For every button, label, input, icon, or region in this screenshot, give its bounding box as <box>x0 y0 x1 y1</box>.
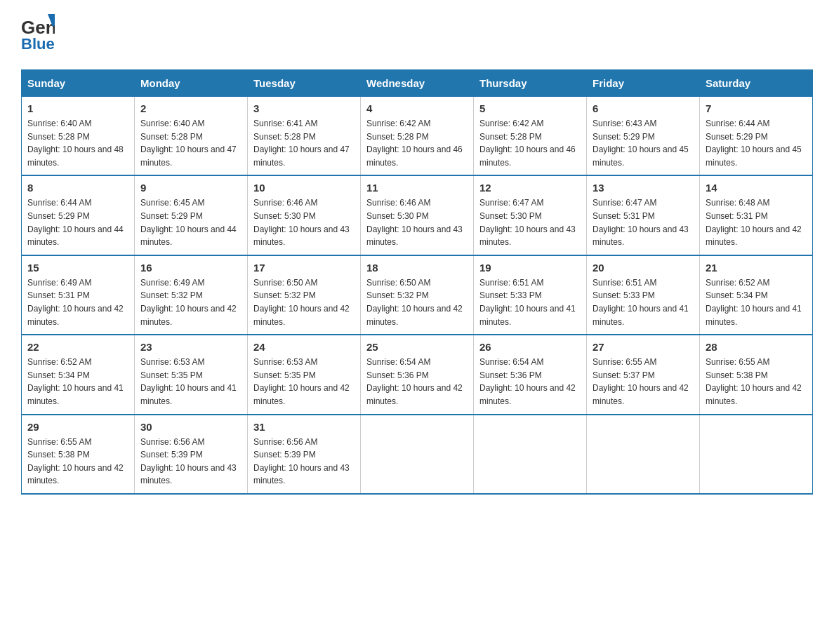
day-number: 20 <box>593 262 694 274</box>
weekday-header-tuesday: Tuesday <box>248 70 361 97</box>
day-info: Sunrise: 6:42 AMSunset: 5:28 PMDaylight:… <box>366 119 463 168</box>
day-info: Sunrise: 6:50 AMSunset: 5:32 PMDaylight:… <box>253 278 350 327</box>
weekday-header-wednesday: Wednesday <box>361 70 474 97</box>
calendar-header-row: SundayMondayTuesdayWednesdayThursdayFrid… <box>22 70 813 97</box>
day-info: Sunrise: 6:55 AMSunset: 5:38 PMDaylight:… <box>27 437 124 486</box>
calendar-week-row: 8 Sunrise: 6:44 AMSunset: 5:29 PMDayligh… <box>22 175 813 255</box>
day-info: Sunrise: 6:51 AMSunset: 5:33 PMDaylight:… <box>593 278 689 327</box>
day-info: Sunrise: 6:40 AMSunset: 5:28 PMDaylight:… <box>27 119 124 168</box>
calendar-day-cell: 23 Sunrise: 6:53 AMSunset: 5:35 PMDaylig… <box>135 335 248 414</box>
calendar-day-cell: 4 Sunrise: 6:42 AMSunset: 5:28 PMDayligh… <box>361 97 474 176</box>
day-info: Sunrise: 6:46 AMSunset: 5:30 PMDaylight:… <box>366 198 463 247</box>
day-info: Sunrise: 6:44 AMSunset: 5:29 PMDaylight:… <box>27 198 124 247</box>
day-number: 21 <box>706 262 807 274</box>
day-number: 6 <box>593 102 694 114</box>
calendar-day-cell <box>587 415 700 494</box>
calendar-day-cell: 12 Sunrise: 6:47 AMSunset: 5:30 PMDaylig… <box>474 175 587 255</box>
day-info: Sunrise: 6:53 AMSunset: 5:35 PMDaylight:… <box>140 357 237 406</box>
day-number: 24 <box>253 341 355 353</box>
day-info: Sunrise: 6:54 AMSunset: 5:36 PMDaylight:… <box>366 357 463 406</box>
calendar-day-cell: 15 Sunrise: 6:49 AMSunset: 5:31 PMDaylig… <box>22 255 135 335</box>
day-info: Sunrise: 6:49 AMSunset: 5:31 PMDaylight:… <box>27 278 124 327</box>
calendar-day-cell: 13 Sunrise: 6:47 AMSunset: 5:31 PMDaylig… <box>587 175 700 255</box>
day-number: 3 <box>253 102 355 114</box>
day-number: 2 <box>140 102 241 114</box>
calendar-day-cell: 6 Sunrise: 6:43 AMSunset: 5:29 PMDayligh… <box>587 97 700 176</box>
day-info: Sunrise: 6:51 AMSunset: 5:33 PMDaylight:… <box>479 278 576 327</box>
calendar-week-row: 22 Sunrise: 6:52 AMSunset: 5:34 PMDaylig… <box>22 335 813 414</box>
day-number: 11 <box>366 182 468 194</box>
calendar-day-cell: 30 Sunrise: 6:56 AMSunset: 5:39 PMDaylig… <box>135 415 248 494</box>
day-number: 4 <box>366 102 468 114</box>
calendar-day-cell: 31 Sunrise: 6:56 AMSunset: 5:39 PMDaylig… <box>248 415 361 494</box>
calendar-day-cell <box>700 415 813 494</box>
calendar-week-row: 29 Sunrise: 6:55 AMSunset: 5:38 PMDaylig… <box>22 415 813 494</box>
day-info: Sunrise: 6:43 AMSunset: 5:29 PMDaylight:… <box>593 119 689 168</box>
day-info: Sunrise: 6:52 AMSunset: 5:34 PMDaylight:… <box>706 278 802 327</box>
calendar-day-cell <box>474 415 587 494</box>
day-info: Sunrise: 6:56 AMSunset: 5:39 PMDaylight:… <box>253 437 350 486</box>
calendar-week-row: 15 Sunrise: 6:49 AMSunset: 5:31 PMDaylig… <box>22 255 813 335</box>
weekday-header-sunday: Sunday <box>22 70 135 97</box>
calendar-day-cell: 18 Sunrise: 6:50 AMSunset: 5:32 PMDaylig… <box>361 255 474 335</box>
calendar-day-cell: 20 Sunrise: 6:51 AMSunset: 5:33 PMDaylig… <box>587 255 700 335</box>
day-number: 13 <box>593 182 694 194</box>
day-number: 1 <box>27 102 128 114</box>
day-number: 23 <box>140 341 241 353</box>
day-info: Sunrise: 6:49 AMSunset: 5:32 PMDaylight:… <box>140 278 237 327</box>
calendar-day-cell: 2 Sunrise: 6:40 AMSunset: 5:28 PMDayligh… <box>135 97 248 176</box>
day-info: Sunrise: 6:45 AMSunset: 5:29 PMDaylight:… <box>140 198 237 247</box>
day-info: Sunrise: 6:54 AMSunset: 5:36 PMDaylight:… <box>479 357 576 406</box>
day-info: Sunrise: 6:47 AMSunset: 5:30 PMDaylight:… <box>479 198 576 247</box>
calendar-day-cell: 7 Sunrise: 6:44 AMSunset: 5:29 PMDayligh… <box>700 97 813 176</box>
day-number: 30 <box>140 421 241 433</box>
calendar-day-cell: 10 Sunrise: 6:46 AMSunset: 5:30 PMDaylig… <box>248 175 361 255</box>
day-info: Sunrise: 6:55 AMSunset: 5:38 PMDaylight:… <box>706 357 802 406</box>
weekday-header-thursday: Thursday <box>474 70 587 97</box>
day-info: Sunrise: 6:52 AMSunset: 5:34 PMDaylight:… <box>27 357 124 406</box>
weekday-header-monday: Monday <box>135 70 248 97</box>
day-number: 18 <box>366 262 468 274</box>
weekday-header-friday: Friday <box>587 70 700 97</box>
day-info: Sunrise: 6:55 AMSunset: 5:37 PMDaylight:… <box>593 357 689 406</box>
day-number: 28 <box>706 341 807 353</box>
day-number: 25 <box>366 341 468 353</box>
calendar-table: SundayMondayTuesdayWednesdayThursdayFrid… <box>21 69 813 495</box>
day-info: Sunrise: 6:47 AMSunset: 5:31 PMDaylight:… <box>593 198 689 247</box>
day-info: Sunrise: 6:42 AMSunset: 5:28 PMDaylight:… <box>479 119 576 168</box>
day-number: 29 <box>27 421 128 433</box>
day-number: 26 <box>479 341 581 353</box>
day-number: 14 <box>706 182 807 194</box>
day-info: Sunrise: 6:44 AMSunset: 5:29 PMDaylight:… <box>706 119 802 168</box>
calendar-day-cell: 26 Sunrise: 6:54 AMSunset: 5:36 PMDaylig… <box>474 335 587 414</box>
calendar-day-cell: 28 Sunrise: 6:55 AMSunset: 5:38 PMDaylig… <box>700 335 813 414</box>
day-number: 27 <box>593 341 694 353</box>
calendar-day-cell: 3 Sunrise: 6:41 AMSunset: 5:28 PMDayligh… <box>248 97 361 176</box>
logo-mark: General Blue <box>21 14 55 55</box>
day-number: 17 <box>253 262 355 274</box>
day-number: 31 <box>253 421 355 433</box>
day-info: Sunrise: 6:53 AMSunset: 5:35 PMDaylight:… <box>253 357 350 406</box>
calendar-day-cell: 16 Sunrise: 6:49 AMSunset: 5:32 PMDaylig… <box>135 255 248 335</box>
day-number: 10 <box>253 182 355 194</box>
day-number: 9 <box>140 182 241 194</box>
day-number: 7 <box>706 102 807 114</box>
calendar-day-cell: 21 Sunrise: 6:52 AMSunset: 5:34 PMDaylig… <box>700 255 813 335</box>
page-header: General Blue <box>21 14 813 55</box>
calendar-day-cell: 14 Sunrise: 6:48 AMSunset: 5:31 PMDaylig… <box>700 175 813 255</box>
calendar-day-cell: 25 Sunrise: 6:54 AMSunset: 5:36 PMDaylig… <box>361 335 474 414</box>
day-number: 22 <box>27 341 128 353</box>
day-number: 8 <box>27 182 128 194</box>
calendar-day-cell: 19 Sunrise: 6:51 AMSunset: 5:33 PMDaylig… <box>474 255 587 335</box>
calendar-day-cell <box>361 415 474 494</box>
weekday-header-saturday: Saturday <box>700 70 813 97</box>
day-number: 12 <box>479 182 581 194</box>
day-number: 15 <box>27 262 128 274</box>
day-info: Sunrise: 6:48 AMSunset: 5:31 PMDaylight:… <box>706 198 802 247</box>
day-number: 19 <box>479 262 581 274</box>
calendar-day-cell: 29 Sunrise: 6:55 AMSunset: 5:38 PMDaylig… <box>22 415 135 494</box>
calendar-day-cell: 5 Sunrise: 6:42 AMSunset: 5:28 PMDayligh… <box>474 97 587 176</box>
calendar-day-cell: 11 Sunrise: 6:46 AMSunset: 5:30 PMDaylig… <box>361 175 474 255</box>
calendar-day-cell: 17 Sunrise: 6:50 AMSunset: 5:32 PMDaylig… <box>248 255 361 335</box>
calendar-day-cell: 8 Sunrise: 6:44 AMSunset: 5:29 PMDayligh… <box>22 175 135 255</box>
